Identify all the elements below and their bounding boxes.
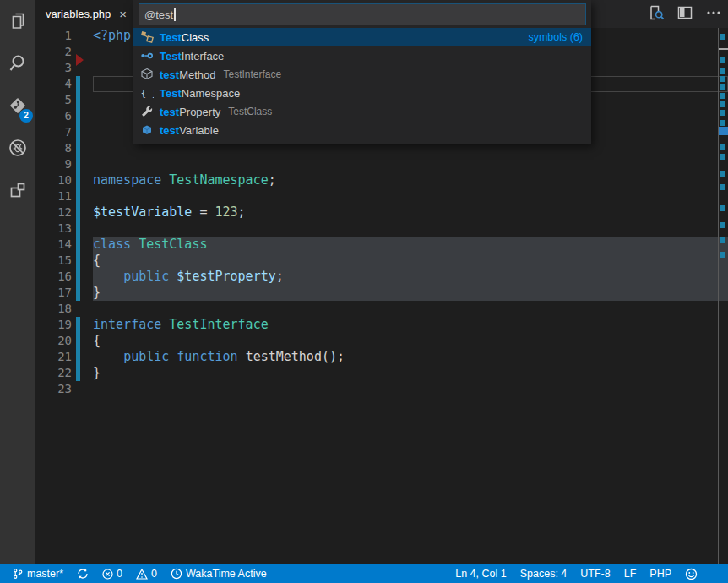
line-number[interactable]: 23 xyxy=(35,381,72,397)
line-number[interactable]: 22 xyxy=(35,365,72,381)
line-number[interactable]: 9 xyxy=(35,156,72,172)
symbol-namespace-icon: { } xyxy=(140,86,154,100)
status-label: UTF-8 xyxy=(580,568,610,580)
overview-ruler[interactable] xyxy=(718,28,728,564)
split-editor-button[interactable] xyxy=(676,5,694,24)
code-line-14[interactable]: 14class TestClass xyxy=(35,237,728,253)
open-file-search-button[interactable] xyxy=(647,5,666,24)
code-text[interactable]: namespace TestNamespace; xyxy=(93,172,728,188)
code-text[interactable]: class TestClass xyxy=(93,237,728,253)
tab-variables-php[interactable]: variables.php × xyxy=(35,0,137,28)
git-gutter-marker xyxy=(76,76,80,92)
code-text[interactable] xyxy=(93,188,728,204)
code-text[interactable]: public $testProperty; xyxy=(93,269,728,285)
status-eol[interactable]: LF xyxy=(619,564,642,583)
quick-open-result-TestInterface[interactable]: TestInterface xyxy=(133,46,591,65)
line-number[interactable]: 4 xyxy=(35,76,72,92)
activity-item-source-control[interactable]: 2 xyxy=(0,84,35,127)
line-number[interactable]: 12 xyxy=(35,204,72,221)
ruler-modified-mark xyxy=(720,154,725,160)
activity-item-debug[interactable] xyxy=(0,127,35,169)
status-warnings[interactable]: 0 xyxy=(131,564,162,583)
status-errors[interactable]: 0 xyxy=(97,564,128,583)
status-label: WakaTime Active xyxy=(186,568,267,580)
ruler-modified-mark xyxy=(720,76,725,82)
line-number[interactable]: 16 xyxy=(35,269,72,285)
quick-open-result-testProperty[interactable]: testPropertyTestClass xyxy=(133,102,591,121)
code-line-21[interactable]: 21 public function testMethod(); xyxy=(35,349,728,365)
line-number[interactable]: 6 xyxy=(35,108,72,124)
line-number[interactable]: 10 xyxy=(35,172,72,188)
status-bar-right: Ln 4, Col 1Spaces: 4UTF-8LFPHP xyxy=(450,564,728,583)
code-text[interactable]: $testVariable = 123; xyxy=(93,204,728,221)
code-line-17[interactable]: 17} xyxy=(35,285,728,301)
source-control-badge: 2 xyxy=(19,109,33,123)
code-line-9[interactable]: 9 xyxy=(35,156,728,172)
code-text[interactable] xyxy=(93,156,728,172)
quick-open-result-testMethod[interactable]: testMethodTestInterface xyxy=(133,65,591,84)
status-git-branch[interactable]: master* xyxy=(7,564,68,583)
line-number[interactable]: 1 xyxy=(35,28,72,44)
tab-close-icon[interactable]: × xyxy=(119,8,127,20)
code-line-10[interactable]: 10namespace TestNamespace; xyxy=(35,172,728,188)
status-cursor-position[interactable]: Ln 4, Col 1 xyxy=(450,564,511,583)
line-number[interactable]: 3 xyxy=(35,60,72,76)
code-line-12[interactable]: 12$testVariable = 123; xyxy=(35,204,728,221)
status-encoding[interactable]: UTF-8 xyxy=(575,564,615,583)
line-number[interactable]: 17 xyxy=(35,285,72,301)
code-line-23[interactable]: 23 xyxy=(35,381,728,397)
line-number[interactable]: 19 xyxy=(35,317,72,333)
code-line-13[interactable]: 13 xyxy=(35,221,728,237)
code-line-11[interactable]: 11 xyxy=(35,188,728,204)
activity-item-search[interactable] xyxy=(0,42,35,84)
files-icon xyxy=(8,11,28,31)
code-line-15[interactable]: 15{ xyxy=(35,253,728,269)
code-text[interactable]: { xyxy=(93,253,728,269)
code-text[interactable] xyxy=(93,301,728,317)
code-text[interactable]: public function testMethod(); xyxy=(93,349,728,365)
code-text[interactable]: } xyxy=(93,365,728,381)
code-line-19[interactable]: 19interface TestInterface xyxy=(35,317,728,333)
line-number[interactable]: 7 xyxy=(35,124,72,140)
status-bar-left: master*00WakaTime Active xyxy=(0,564,272,583)
status-language-mode[interactable]: PHP xyxy=(644,564,676,583)
code-text[interactable]: { xyxy=(93,333,728,349)
quick-open-result-TestClass[interactable]: TestClasssymbols (6) xyxy=(133,28,591,46)
status-wakatime[interactable]: WakaTime Active xyxy=(166,564,272,583)
code-line-16[interactable]: 16 public $testProperty; xyxy=(35,269,728,285)
status-label: PHP xyxy=(649,568,671,580)
quick-open-result-TestNamespace[interactable]: { }TestNamespace xyxy=(133,84,591,102)
git-gutter-marker xyxy=(76,253,80,269)
status-feedback[interactable] xyxy=(680,564,703,583)
line-number[interactable]: 8 xyxy=(35,140,72,156)
line-number[interactable]: 11 xyxy=(35,188,72,204)
code-line-20[interactable]: 20{ xyxy=(35,333,728,349)
code-text[interactable]: interface TestInterface xyxy=(93,317,728,333)
activity-item-extensions[interactable] xyxy=(0,169,35,211)
line-number[interactable]: 21 xyxy=(35,349,72,365)
status-sync[interactable] xyxy=(72,564,94,583)
symbol-label: TestNamespace xyxy=(160,87,240,100)
ruler-modified-mark xyxy=(720,171,725,177)
line-number[interactable]: 5 xyxy=(35,92,72,108)
line-number[interactable]: 2 xyxy=(35,44,72,60)
quick-open-input[interactable]: @test xyxy=(139,3,586,25)
line-number[interactable]: 14 xyxy=(35,237,72,253)
quick-open-result-testVariable[interactable]: testVariable xyxy=(133,121,591,139)
line-number[interactable]: 18 xyxy=(35,301,72,317)
code-line-18[interactable]: 18 xyxy=(35,301,728,317)
code-line-22[interactable]: 22} xyxy=(35,365,728,381)
line-number[interactable]: 20 xyxy=(35,333,72,349)
code-text[interactable] xyxy=(93,381,728,397)
line-number[interactable]: 13 xyxy=(35,221,72,237)
code-text[interactable]: } xyxy=(93,285,728,301)
ruler-modified-mark xyxy=(720,144,725,150)
status-label: Ln 4, Col 1 xyxy=(455,568,506,580)
line-number[interactable]: 15 xyxy=(35,253,72,269)
more-actions-button[interactable] xyxy=(704,5,723,24)
git-gutter-marker xyxy=(76,349,80,365)
status-indentation[interactable]: Spaces: 4 xyxy=(515,564,573,583)
code-text[interactable] xyxy=(93,221,728,237)
activity-item-explorer[interactable] xyxy=(0,0,35,42)
ruler-modified-mark xyxy=(720,84,725,90)
